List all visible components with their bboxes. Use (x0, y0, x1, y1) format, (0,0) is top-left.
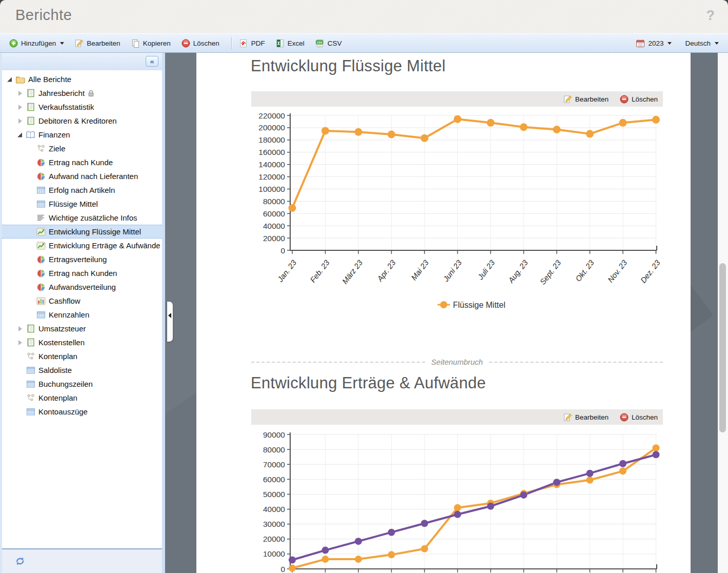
lines-icon (36, 213, 46, 223)
tree-item-jahresbericht[interactable]: Jahresbericht (2, 86, 162, 100)
toolbar-button-copy[interactable]: Kopieren (128, 37, 174, 50)
scrollbar-thumb[interactable] (719, 263, 726, 432)
page-title: Berichte (15, 7, 72, 24)
expander-collapsed-icon[interactable] (16, 90, 24, 97)
svg-text:60000: 60000 (263, 475, 285, 484)
expander-collapsed-icon[interactable] (16, 339, 24, 346)
expander-spacer (27, 214, 34, 222)
tree-item-label: Kontoauszüge (38, 407, 88, 416)
toolbar-button-year[interactable]: 2023 (633, 37, 675, 50)
toolbar-button-add[interactable]: Hinzufügen (6, 37, 67, 50)
toolbar-button-csv[interactable]: CSVCSV (312, 37, 345, 50)
tree-item-cashflow[interactable]: Cashflow (2, 294, 162, 308)
svg-text:Apr. 23: Apr. 23 (375, 258, 397, 283)
tree-item-umsatzsteuer[interactable]: Umsatzsteuer (2, 322, 162, 335)
tree-item-label: Finanzen (38, 130, 70, 139)
sitemap-icon (26, 352, 35, 361)
scrollbar-track[interactable] (718, 53, 728, 573)
expander-collapsed-icon[interactable] (16, 117, 24, 125)
expander-spacer (27, 284, 34, 291)
tree-item-verkaufsstatistik[interactable]: Verkaufsstatistik (2, 100, 162, 114)
caret-down-icon (715, 42, 719, 45)
sidebar-collapse-handle[interactable] (167, 302, 173, 342)
expander-spacer (27, 311, 34, 319)
toolbar-button-delete[interactable]: Löschen (178, 37, 223, 50)
tree-item-fl-ssige-mittel[interactable]: Flüssige Mittel (2, 197, 162, 211)
tree-item-label: Ertragsverteilung (49, 255, 107, 264)
svg-text:50000: 50000 (263, 490, 285, 499)
app-window: Berichte ? HinzufügenBearbeitenKopierenL… (0, 0, 728, 573)
tree-item-aufwand-nach-lieferanten[interactable]: Aufwand nach Lieferanten (2, 169, 162, 183)
svg-text:30000: 30000 (263, 520, 285, 528)
toolbar-label: Deutsch (685, 39, 711, 47)
help-icon[interactable]: ? (706, 8, 715, 24)
chart1-edit-button[interactable]: Bearbeiten (563, 95, 609, 104)
table-icon (26, 366, 35, 375)
tree-item-buchungszeilen[interactable]: Buchungszeilen (2, 377, 162, 391)
expander-collapsed-icon[interactable] (16, 325, 24, 332)
refresh-icon[interactable] (14, 556, 26, 566)
copy-icon (131, 39, 140, 48)
chart2-title: Entwicklung Erträge & Aufwände (251, 374, 486, 392)
svg-text:20000: 20000 (263, 535, 285, 543)
toolbar-button-language[interactable]: Deutsch (682, 37, 722, 49)
tree-item-ertrag-nach-kunde[interactable]: Ertrag nach Kunde (2, 155, 162, 169)
expander-collapsed-icon[interactable] (16, 104, 24, 111)
expander-spacer (27, 270, 34, 277)
tree-item-wichtige-zus-tzliche-infos[interactable]: Wichtige zusätzliche Infos (2, 211, 162, 225)
tree-item-ertrag-nach-kunden[interactable]: Ertrag nach Kunden (2, 266, 162, 280)
expander-expanded-icon[interactable] (6, 76, 13, 83)
tree-item-saldoliste[interactable]: Saldoliste (2, 363, 162, 377)
tree-item-label: Kontenplan (38, 393, 77, 402)
tree-item-label: Erfolg nach Artikeln (49, 186, 115, 194)
chart1-title: Entwicklung Flüssige Mittel (251, 57, 446, 75)
tree-item-ertragsverteilung[interactable]: Ertragsverteilung (2, 252, 162, 266)
tree-item-label: Ertrag nach Kunden (49, 269, 117, 278)
tree-item-label: Jahresbericht (38, 89, 85, 97)
svg-text:10000: 10000 (263, 549, 285, 558)
tree-item-aufwandsverteilung[interactable]: Aufwandsverteilung (2, 280, 162, 294)
tree-item-erfolg-nach-artikeln[interactable]: Erfolg nach Artikeln (2, 183, 162, 197)
page-break-label: Seitenumbruch (431, 358, 483, 366)
tree-item-entwicklung-fl-ssige-mittel[interactable]: Entwicklung Flüssige Mittel (2, 225, 162, 239)
edit-icon (563, 413, 572, 422)
tree-item-entwicklung-ertr-ge-aufw-nde[interactable]: Entwicklung Erträge & Aufwände (2, 239, 162, 252)
expander-spacer (16, 408, 24, 416)
sidebar: « Alle BerichteJahresberichtVerkaufsstat… (0, 53, 165, 573)
tree-item-kennzahlen[interactable]: Kennzahlen (2, 308, 162, 322)
chart2-edit-button[interactable]: Bearbeiten (563, 413, 609, 422)
pie-icon (36, 172, 46, 181)
svg-text:80000: 80000 (263, 445, 285, 454)
svg-text:Dez. 23: Dez. 23 (639, 258, 662, 285)
tree-item-finanzen[interactable]: Finanzen (2, 128, 162, 142)
tree-item-label: Flüssige Mittel (49, 200, 98, 208)
tree-item-kontoausz-ge[interactable]: Kontoauszüge (2, 405, 162, 419)
tree-item-label: Buchungszeilen (38, 380, 93, 388)
chart2-delete-button[interactable]: Löschen (620, 413, 658, 422)
tree-item-alle-berichte[interactable]: Alle Berichte (2, 72, 162, 86)
toolbar-button-pdf[interactable]: PDF (236, 37, 268, 50)
tree-item-debitoren-kreditoren[interactable]: Debitoren & Kreditoren (2, 114, 162, 128)
svg-text:Feb. 23: Feb. 23 (308, 258, 331, 284)
toolbar-label: Bearbeiten (87, 39, 120, 47)
toolbar: HinzufügenBearbeitenKopierenLöschenPDFEx… (0, 33, 728, 53)
svg-text:80000: 80000 (263, 197, 285, 206)
svg-text:140000: 140000 (258, 160, 285, 169)
tree-item-kostenstellen[interactable]: Kostenstellen (2, 335, 162, 349)
chart1-delete-button[interactable]: Löschen (620, 95, 658, 104)
expander-spacer (27, 242, 34, 249)
linechart-icon (36, 227, 46, 236)
tree-item-kontenplan[interactable]: Kontenplan (2, 349, 162, 363)
tree-item-label: Kontenplan (38, 352, 77, 361)
tree-item-kontenplan[interactable]: Kontenplan (2, 391, 162, 405)
sidebar-collapse-button[interactable]: « (146, 56, 158, 67)
tree-item-label: Ziele (49, 144, 66, 153)
expander-spacer (27, 187, 34, 194)
edit-label: Bearbeiten (575, 413, 609, 421)
table-icon (36, 186, 46, 195)
toolbar-button-edit[interactable]: Bearbeiten (72, 37, 123, 50)
tree-item-ziele[interactable]: Ziele (2, 142, 162, 155)
expander-expanded-icon[interactable] (16, 131, 24, 139)
toolbar-button-excel[interactable]: Excel (273, 37, 308, 50)
toolbar-label: Hinzufügen (21, 39, 56, 47)
